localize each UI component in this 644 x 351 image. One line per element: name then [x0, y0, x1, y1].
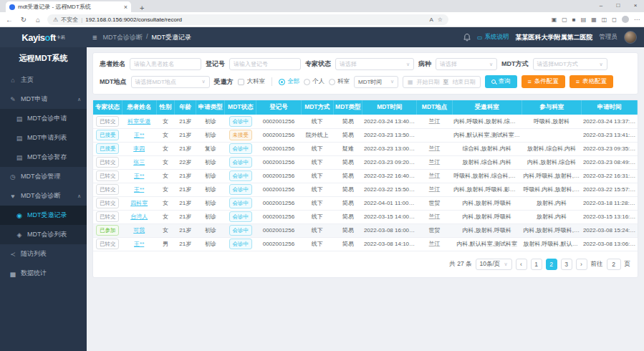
mdt-status-badge: 会诊中 [229, 239, 253, 250]
table-row[interactable]: 已转交张三女22岁初诊会诊中0002001256线下简易2022-03-23 0… [93, 155, 638, 169]
sidebar-collapse-icon[interactable]: ≡ [92, 33, 97, 42]
sidebar-item-apply-list[interactable]: ▤MDT申请列表 [0, 128, 87, 148]
radio-personal[interactable]: 个人 [304, 77, 325, 86]
mdt-status-badge: 会诊中 [229, 211, 253, 223]
patient-name-link[interactable]: 台湾人 [130, 213, 148, 220]
patient-name-link[interactable]: 王** [134, 173, 144, 179]
table-row[interactable]: 已转交四科室女21岁初诊会诊中0002001256线下简易2022-04-01 … [93, 196, 638, 210]
big-dept-checkbox[interactable]: 大科室 [238, 77, 266, 86]
search-icon [491, 80, 496, 84]
radio-dept[interactable]: 科室 [329, 77, 350, 86]
close-button[interactable]: × [627, 0, 644, 11]
apply_type-cell: 初诊 [196, 183, 225, 196]
prev-page-button[interactable]: ‹ [516, 259, 527, 270]
page-button-2[interactable]: 2 [546, 259, 557, 270]
browser-menu-icon[interactable]: ⋯ [634, 16, 640, 23]
disease-select[interactable]: 请选择 [436, 58, 497, 70]
sidebar-item-label: MDT会诊暂存 [27, 153, 67, 162]
patient-name-input[interactable] [130, 58, 201, 70]
mdt_type-cell: 简易 [334, 237, 362, 251]
reg_no-cell: 0002001256 [256, 223, 301, 237]
refresh-icon[interactable]: ↻ [19, 16, 29, 24]
sidebar-item-consult-diagnosis[interactable]: ♥MDT会诊诊断∧ [0, 186, 87, 206]
sidebar-item-statistics[interactable]: ▅数据统计 [0, 264, 87, 283]
avatar[interactable] [624, 31, 637, 44]
patient-name-link[interactable]: 李四 [133, 145, 145, 152]
back-icon[interactable]: ← [4, 16, 14, 24]
sidebar-item-home[interactable]: ⌂主页 [0, 70, 87, 90]
reg_no-cell: 0002001256 [256, 196, 301, 210]
sidebar-item-mdt-apply[interactable]: ✎MDT申请∧ [0, 90, 87, 109]
sidebar-item-consult-draft[interactable]: ▤MDT会诊暂存 [0, 148, 87, 167]
patient-name-link[interactable]: 张三 [133, 159, 145, 165]
search-button[interactable]: 查询 [485, 75, 517, 88]
table-row[interactable]: 已转交王**女21岁初诊会诊中0002001256线下简易2022-03-22 … [93, 183, 638, 196]
patient-name-link[interactable]: 科室受邀 [128, 118, 150, 125]
maximize-button[interactable]: □ [610, 0, 627, 11]
extension-icon[interactable]: ▤ [581, 16, 587, 23]
tab-close-icon[interactable]: × [124, 4, 128, 11]
table-row[interactable]: 已转交王**女21岁初诊会诊中0002001256线下简易2022-03-22 … [93, 169, 638, 183]
mdt-status-badge: 会诊中 [229, 170, 253, 182]
reg-no-input[interactable] [229, 58, 301, 70]
date-range-picker[interactable]: 开始日期 至 结束日期 [403, 76, 481, 88]
bell-icon[interactable] [463, 34, 471, 42]
time-field-select[interactable]: MDT时间 [354, 76, 398, 88]
sidebar-item-consult-apply[interactable]: ▤MDT会诊申请 [0, 109, 87, 128]
sidebar-item-invited-records[interactable]: ◉MDT受邀记录 [0, 206, 87, 225]
read-aloud-icon[interactable]: A [429, 16, 433, 23]
table-row[interactable]: 已接受王**女21岁初诊未接受0002001256院外线上简易2022-03-2… [93, 128, 638, 142]
new-tab-button[interactable]: + [137, 4, 147, 12]
mdt-place-select[interactable]: 请选择MDT地点 [131, 76, 210, 88]
mdt_time-cell: 2022-04-01 11:00:00 [362, 196, 417, 210]
sidebar-item-consult-manage[interactable]: ◷MDT会诊管理 [0, 167, 87, 186]
extension-icon[interactable]: ■ [572, 16, 576, 23]
goto-label: 前往 [591, 260, 603, 269]
mdt_mode-cell: 线下 [301, 169, 334, 183]
mdt-mode-select[interactable]: 请选择MDT方式 [533, 58, 607, 70]
chevron-up-icon: ∧ [77, 193, 81, 199]
table-row[interactable]: 已参加可我女21岁初诊会诊中0002001256线下简易2022-03-08 1… [93, 223, 638, 237]
favorite-star-icon[interactable]: ☆ [438, 16, 443, 23]
sidebar-item-consult-list[interactable]: ◈MDT会诊列表 [0, 225, 87, 244]
extension-icon[interactable]: ◻ [612, 16, 617, 23]
button-label: 条件配置 [534, 77, 559, 86]
page-button-3[interactable]: 3 [561, 259, 572, 270]
table-row[interactable]: 已转交王**男21岁初诊会诊中0002001256线下简易2022-03-08 … [93, 237, 638, 251]
logo-suffix: 卡易 [57, 34, 65, 41]
table-row[interactable]: 已转交科室受邀女21岁初诊会诊中0002001256线下简易2022-03-24… [93, 115, 638, 128]
page-size-select[interactable]: 10条/页 [476, 259, 512, 270]
browser-tab[interactable]: mdt受邀记录 - 远程MDT系统 × [6, 1, 131, 12]
profile-avatar[interactable] [622, 16, 629, 23]
radio-all[interactable]: 全部 [279, 77, 299, 86]
select-placeholder: 请选择MDT方式 [537, 60, 578, 68]
patient-name-link[interactable]: 王** [134, 186, 144, 193]
extension-icon[interactable]: ▣ [552, 16, 557, 23]
table-config-button[interactable]: 表格配置 [569, 75, 613, 88]
page-button-1[interactable]: 1 [531, 259, 542, 270]
mdt_status-cell: 会诊中 [225, 169, 256, 183]
patient-name-link[interactable]: 四科室 [130, 200, 148, 206]
home-icon[interactable]: ⌂ [33, 16, 43, 24]
sidebar-item-followup-list[interactable]: ≺随访列表 [0, 244, 87, 264]
minimize-button[interactable]: – [592, 0, 610, 11]
extension-icon[interactable]: ▦ [591, 16, 597, 23]
apply_type-cell: 复诊 [196, 142, 225, 155]
expert-status-select[interactable]: 请选择 [335, 58, 414, 70]
apply_type-cell: 初诊 [196, 128, 225, 142]
patient-name-link[interactable]: 可我 [133, 227, 145, 234]
patient-name-link[interactable]: 王** [134, 132, 144, 138]
patient-name-link[interactable]: 王** [134, 241, 144, 247]
address-bar[interactable]: 不安全 | 192.168.0.156:9002/consultate/reco… [47, 14, 448, 25]
next-page-button[interactable]: › [576, 259, 587, 270]
extension-icon[interactable]: ▢ [562, 16, 567, 23]
table-row[interactable]: 已转交台湾人女21岁初诊会诊中0002001256线下简易2022-03-15 … [93, 210, 638, 223]
system-doc-link[interactable]: 系统说明 [477, 33, 509, 42]
mdt-status-badge: 会诊中 [229, 225, 253, 236]
goto-page-input[interactable] [607, 259, 621, 270]
sidebar-item-label: 数据统计 [21, 269, 47, 278]
table-row[interactable]: 已接受李四女21岁复诊会诊中0002001256线下疑难2022-03-23 1… [93, 142, 638, 155]
mdt-status-badge: 会诊中 [229, 184, 253, 196]
extension-icon[interactable]: ◫ [602, 16, 607, 23]
condition-config-button[interactable]: 条件配置 [522, 75, 565, 88]
